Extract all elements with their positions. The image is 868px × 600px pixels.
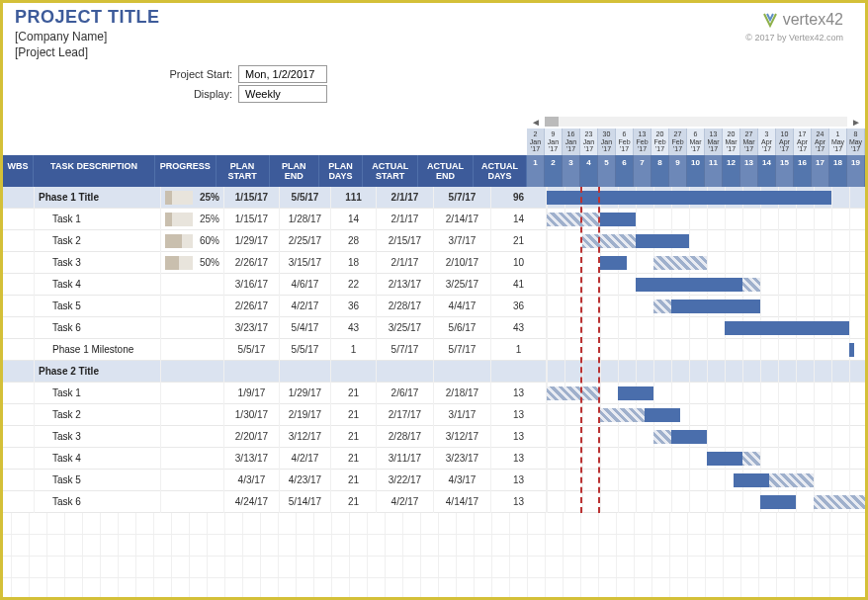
wbs-cell[interactable] (3, 209, 35, 230)
plan-days-cell[interactable]: 21 (331, 470, 377, 491)
actual-start-cell[interactable]: 3/25/17 (377, 317, 434, 339)
plan-days-cell[interactable]: 111 (331, 187, 377, 209)
plan-start-cell[interactable]: 4/24/17 (224, 491, 280, 513)
table-row[interactable]: Task 32/20/173/12/17212/28/173/12/1713 (3, 426, 865, 448)
actual-days-cell[interactable]: 96 (491, 187, 547, 209)
actual-end-cell[interactable]: 3/25/17 (434, 274, 491, 296)
actual-start-cell[interactable]: 3/11/17 (377, 448, 434, 470)
table-row[interactable]: Task 63/23/175/4/17433/25/175/6/1743 (3, 317, 865, 339)
actual-end-cell[interactable]: 5/7/17 (434, 339, 491, 361)
plan-end-cell[interactable]: 2/19/17 (280, 404, 331, 426)
plan-start-cell[interactable]: 2/26/17 (224, 296, 280, 317)
plan-end-cell[interactable]: 3/12/17 (280, 426, 331, 448)
progress-cell[interactable] (161, 317, 224, 339)
actual-end-cell[interactable]: 3/1/17 (434, 404, 491, 426)
plan-end-cell[interactable]: 4/23/17 (280, 470, 331, 491)
task-name-cell[interactable]: Task 4 (35, 274, 161, 296)
progress-cell[interactable] (161, 361, 224, 383)
task-name-cell[interactable]: Phase 1 Milestone (35, 339, 161, 361)
actual-days-cell[interactable]: 36 (491, 296, 547, 317)
plan-days-cell[interactable]: 1 (331, 339, 377, 361)
actual-days-cell[interactable]: 13 (491, 448, 547, 470)
actual-end-cell[interactable] (434, 361, 491, 383)
plan-end-cell[interactable]: 3/15/17 (280, 252, 331, 274)
task-name-cell[interactable]: Task 3 (35, 252, 161, 274)
plan-days-cell[interactable]: 36 (331, 296, 377, 317)
actual-start-cell[interactable] (377, 361, 434, 383)
display-select[interactable]: Weekly (238, 85, 327, 103)
plan-start-cell[interactable]: 1/15/17 (224, 209, 280, 230)
plan-days-cell[interactable]: 21 (331, 426, 377, 448)
actual-start-cell[interactable]: 2/28/17 (377, 426, 434, 448)
progress-cell[interactable] (161, 448, 224, 470)
task-name-cell[interactable]: Task 5 (35, 296, 161, 317)
actual-days-cell[interactable]: 13 (491, 426, 547, 448)
scroll-left-arrow[interactable]: ◄ (531, 117, 541, 128)
plan-end-cell[interactable] (280, 361, 331, 383)
plan-days-cell[interactable]: 21 (331, 448, 377, 470)
actual-days-cell[interactable]: 14 (491, 209, 547, 230)
table-row[interactable]: Task 43/13/174/2/17213/11/173/23/1713 (3, 448, 865, 470)
table-row[interactable]: Phase 1 Milestone5/5/175/5/1715/7/175/7/… (3, 339, 865, 361)
actual-end-cell[interactable]: 2/18/17 (434, 383, 491, 404)
plan-start-cell[interactable]: 3/16/17 (224, 274, 280, 296)
actual-end-cell[interactable]: 5/7/17 (434, 187, 491, 209)
progress-cell[interactable] (161, 426, 224, 448)
table-row[interactable]: Task 54/3/174/23/17213/22/174/3/1713 (3, 470, 865, 491)
task-name-cell[interactable]: Task 5 (35, 470, 161, 491)
actual-days-cell[interactable]: 13 (491, 491, 547, 513)
scroll-thumb[interactable] (545, 117, 559, 127)
actual-start-cell[interactable]: 2/13/17 (377, 274, 434, 296)
actual-days-cell[interactable]: 10 (491, 252, 547, 274)
task-name-cell[interactable]: Task 4 (35, 448, 161, 470)
actual-start-cell[interactable]: 2/1/17 (377, 187, 434, 209)
actual-start-cell[interactable]: 2/15/17 (377, 230, 434, 252)
progress-cell[interactable]: 25% (161, 187, 224, 209)
plan-start-cell[interactable]: 1/9/17 (224, 383, 280, 404)
progress-cell[interactable] (161, 296, 224, 317)
task-name-cell[interactable]: Task 6 (35, 491, 161, 513)
plan-start-cell[interactable]: 4/3/17 (224, 470, 280, 491)
plan-start-cell[interactable]: 2/26/17 (224, 252, 280, 274)
progress-cell[interactable] (161, 274, 224, 296)
plan-end-cell[interactable]: 5/5/17 (280, 187, 331, 209)
actual-start-cell[interactable]: 2/1/17 (377, 252, 434, 274)
plan-end-cell[interactable]: 1/29/17 (280, 383, 331, 404)
plan-start-cell[interactable]: 3/23/17 (224, 317, 280, 339)
wbs-cell[interactable] (3, 383, 35, 404)
plan-start-cell[interactable]: 5/5/17 (224, 339, 280, 361)
actual-days-cell[interactable]: 43 (491, 317, 547, 339)
actual-end-cell[interactable]: 2/14/17 (434, 209, 491, 230)
progress-cell[interactable] (161, 383, 224, 404)
task-name-cell[interactable]: Task 2 (35, 404, 161, 426)
plan-end-cell[interactable]: 5/5/17 (280, 339, 331, 361)
actual-end-cell[interactable]: 4/4/17 (434, 296, 491, 317)
task-name-cell[interactable]: Task 1 (35, 383, 161, 404)
plan-end-cell[interactable]: 5/14/17 (280, 491, 331, 513)
progress-cell[interactable]: 60% (161, 230, 224, 252)
wbs-cell[interactable] (3, 404, 35, 426)
actual-start-cell[interactable]: 2/28/17 (377, 296, 434, 317)
task-name-cell[interactable]: Task 3 (35, 426, 161, 448)
project-start-input[interactable]: Mon, 1/2/2017 (238, 65, 327, 83)
table-row[interactable]: Task 52/26/174/2/17362/28/174/4/1736 (3, 296, 865, 317)
actual-end-cell[interactable]: 4/3/17 (434, 470, 491, 491)
actual-start-cell[interactable]: 5/7/17 (377, 339, 434, 361)
actual-days-cell[interactable]: 1 (491, 339, 547, 361)
wbs-cell[interactable] (3, 317, 35, 339)
table-row[interactable]: Task 43/16/174/6/17222/13/173/25/1741 (3, 274, 865, 296)
task-name-cell[interactable]: Task 1 (35, 209, 161, 230)
plan-start-cell[interactable] (224, 361, 280, 383)
plan-days-cell[interactable]: 22 (331, 274, 377, 296)
progress-cell[interactable] (161, 404, 224, 426)
wbs-cell[interactable] (3, 470, 35, 491)
plan-end-cell[interactable]: 4/6/17 (280, 274, 331, 296)
actual-days-cell[interactable]: 13 (491, 383, 547, 404)
actual-days-cell[interactable]: 13 (491, 404, 547, 426)
plan-days-cell[interactable]: 21 (331, 491, 377, 513)
wbs-cell[interactable] (3, 448, 35, 470)
table-row[interactable]: Task 350%2/26/173/15/17182/1/172/10/1710 (3, 252, 865, 274)
wbs-cell[interactable] (3, 187, 35, 209)
plan-start-cell[interactable]: 2/20/17 (224, 426, 280, 448)
table-row[interactable]: Task 260%1/29/172/25/17282/15/173/7/1721 (3, 230, 865, 252)
